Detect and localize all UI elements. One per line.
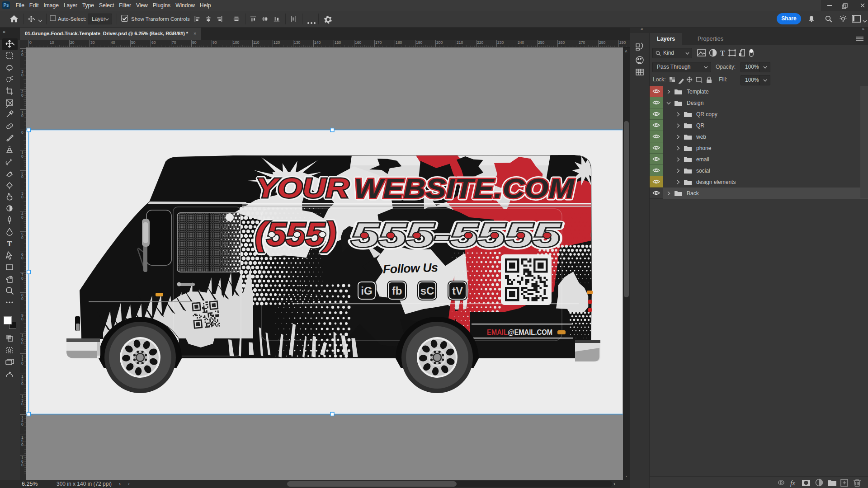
svg-text:T: T [720,49,725,57]
svg-text:iG: iG [361,285,372,297]
svg-text:555-5555: 555-5555 [351,216,561,254]
svg-text:Follow Us: Follow Us [382,261,438,276]
svg-text:sC: sC [420,285,434,297]
svg-text:fx: fx [790,479,795,487]
svg-text:T: T [7,239,12,248]
svg-text:WEBSITE.COM: WEBSITE.COM [354,173,575,204]
svg-text:tV: tV [452,285,463,297]
svg-text:YOUR: YOUR [256,172,349,203]
svg-text:EMAIL@EMAIL.COM: EMAIL@EMAIL.COM [487,328,552,336]
svg-text:fb: fb [392,285,402,297]
